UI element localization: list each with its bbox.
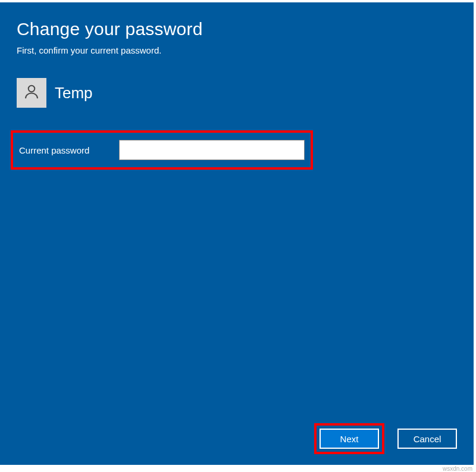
avatar bbox=[17, 78, 46, 108]
current-password-highlight: Current password bbox=[11, 130, 313, 170]
current-password-row: Current password bbox=[19, 140, 305, 160]
change-password-dialog: Change your password First, confirm your… bbox=[0, 2, 474, 465]
button-row: Next Cancel bbox=[17, 423, 457, 454]
username-label: Temp bbox=[55, 84, 93, 102]
next-button[interactable]: Next bbox=[320, 429, 379, 449]
person-icon bbox=[23, 83, 40, 103]
svg-point-0 bbox=[29, 86, 35, 92]
cancel-button[interactable]: Cancel bbox=[397, 429, 457, 449]
page-title: Change your password bbox=[17, 19, 457, 39]
current-password-input[interactable] bbox=[119, 140, 305, 160]
current-password-label: Current password bbox=[19, 145, 96, 155]
watermark: wsxdn.com bbox=[443, 465, 472, 472]
user-row: Temp bbox=[17, 78, 457, 108]
next-button-highlight: Next bbox=[314, 423, 384, 454]
page-subtitle: First, confirm your current password. bbox=[17, 45, 457, 55]
